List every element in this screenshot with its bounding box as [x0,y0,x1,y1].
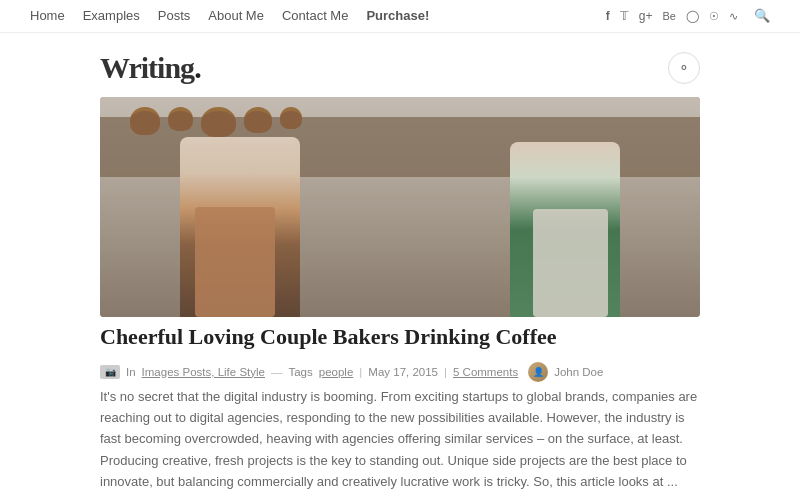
meta-tags-value[interactable]: people [319,366,354,378]
post-meta: 📷 In Images Posts, Life Style — Tags peo… [100,362,700,382]
image-category-icon: 📷 [100,365,120,379]
post-image [100,97,700,317]
blog-title-text: Writing [100,51,194,84]
navbar: Home Examples Posts About Me Contact Me … [0,0,800,33]
nav-link-examples[interactable]: Examples [83,8,140,23]
rss-icon[interactable]: ∿ [729,10,738,23]
post-card: Cheerful Loving Couple Bakers Drinking C… [100,97,700,500]
nav-link-posts[interactable]: Posts [158,8,191,23]
nav-link-home[interactable]: Home [30,8,65,23]
instagram-icon[interactable]: ☉ [709,10,719,23]
author-avatar: 👤 [528,362,548,382]
googleplus-icon[interactable]: g+ [639,9,653,23]
post-excerpt: It's no secret that the digital industry… [100,386,700,493]
nav-link-purchase[interactable]: Purchase! [366,8,429,23]
search-icon[interactable]: 🔍 [754,8,770,24]
nav-link-contact[interactable]: Contact Me [282,8,348,23]
blog-title-dot: . [194,51,201,84]
meta-tags-label: Tags [288,366,312,378]
meta-comments[interactable]: 5 Comments [453,366,518,378]
meta-categories[interactable]: Images Posts, Life Style [142,366,265,378]
meta-in-label: In [126,366,136,378]
layout-toggle-button[interactable]: ⚬ [668,52,700,84]
nav-links: Home Examples Posts About Me Contact Me … [30,8,429,24]
circle-icon[interactable]: ◯ [686,9,699,23]
post-image-placeholder [100,97,700,317]
post-title: Cheerful Loving Couple Bakers Drinking C… [100,323,700,352]
nav-social: f 𝕋 g+ Be ◯ ☉ ∿ 🔍 [606,8,770,24]
behance-icon[interactable]: Be [663,10,676,22]
blog-title: Writing. [100,51,201,85]
meta-date: May 17, 2015 [368,366,438,378]
twitter-icon[interactable]: 𝕋 [620,9,629,23]
nav-link-about[interactable]: About Me [208,8,264,23]
main-container: Writing. ⚬ [0,33,800,500]
blog-header: Writing. ⚬ [100,33,700,97]
meta-author: John Doe [554,366,603,378]
facebook-icon[interactable]: f [606,9,610,23]
